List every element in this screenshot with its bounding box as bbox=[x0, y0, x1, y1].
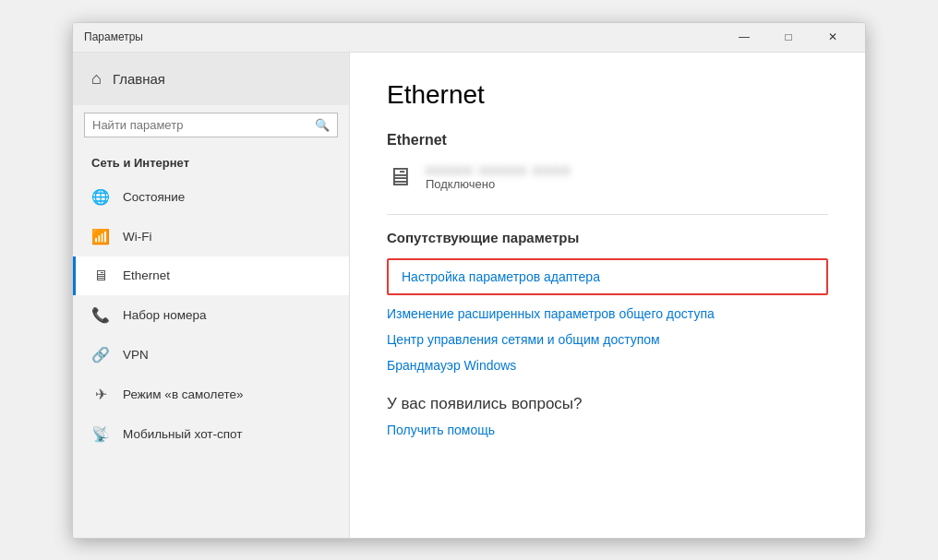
wifi-icon: 📶 bbox=[91, 228, 110, 245]
sidebar: ⌂ Главная 🔍 Сеть и Интернет 🌐 Состояние … bbox=[73, 53, 350, 538]
minimize-button[interactable]: — bbox=[723, 22, 765, 52]
status-icon: 🌐 bbox=[91, 188, 110, 206]
search-icon: 🔍 bbox=[315, 118, 330, 132]
sidebar-item-label: Ethernet bbox=[123, 268, 170, 282]
window-title: Параметры bbox=[84, 30, 723, 43]
hotspot-icon: 📡 bbox=[91, 425, 110, 443]
search-input[interactable] bbox=[92, 118, 309, 132]
get-help-link[interactable]: Получить помощь bbox=[387, 423, 828, 437]
main-content: ⌂ Главная 🔍 Сеть и Интернет 🌐 Состояние … bbox=[73, 53, 865, 538]
sidebar-item-airplane[interactable]: ✈ Режим «в самолете» bbox=[73, 375, 349, 414]
title-bar: Параметры — □ ✕ bbox=[73, 23, 865, 53]
sidebar-home-button[interactable]: ⌂ Главная bbox=[73, 53, 349, 105]
content-area: Ethernet Ethernet 🖥 ●●●●● ●●●●● ●●●● Под… bbox=[350, 53, 865, 538]
network-center-link[interactable]: Центр управления сетями и общим доступом bbox=[387, 332, 828, 347]
sidebar-item-label: Режим «в самолете» bbox=[123, 387, 244, 401]
home-icon: ⌂ bbox=[91, 69, 102, 89]
connection-name: ●●●●● ●●●●● ●●●● bbox=[426, 162, 571, 177]
vpn-icon: 🔗 bbox=[91, 346, 110, 363]
connection-status: Подключено bbox=[426, 177, 571, 191]
search-box: 🔍 bbox=[84, 113, 338, 137]
firewall-link[interactable]: Брандмауэр Windows bbox=[387, 358, 828, 373]
sidebar-item-status[interactable]: 🌐 Состояние bbox=[73, 177, 349, 217]
sidebar-item-label: Мобильный хот-спот bbox=[123, 427, 242, 441]
related-params-title: Сопутствующие параметры bbox=[387, 230, 828, 245]
help-section: У вас появились вопросы? Получить помощь bbox=[387, 395, 828, 437]
sharing-settings-link[interactable]: Изменение расширенных параметров общего … bbox=[387, 306, 828, 321]
connection-item: 🖥 ●●●●● ●●●●● ●●●● Подключено bbox=[387, 161, 828, 192]
connection-icon: 🖥 bbox=[387, 161, 413, 192]
ethernet-section-title: Ethernet bbox=[387, 132, 828, 149]
sidebar-item-hotspot[interactable]: 📡 Мобильный хот-спот bbox=[73, 414, 349, 454]
sidebar-item-wifi[interactable]: 📶 Wi-Fi bbox=[73, 217, 349, 256]
sidebar-section-title: Сеть и Интернет bbox=[73, 145, 349, 177]
sidebar-item-dialup[interactable]: 📞 Набор номера bbox=[73, 295, 349, 335]
sidebar-item-label: Wi-Fi bbox=[123, 230, 151, 244]
sidebar-item-vpn[interactable]: 🔗 VPN bbox=[73, 335, 349, 375]
divider bbox=[387, 214, 828, 215]
settings-window: Параметры — □ ✕ ⌂ Главная 🔍 Сеть и Интер… bbox=[72, 22, 866, 539]
help-title: У вас появились вопросы? bbox=[387, 395, 828, 413]
airplane-icon: ✈ bbox=[91, 386, 110, 403]
connection-info: ●●●●● ●●●●● ●●●● Подключено bbox=[426, 162, 571, 191]
dialup-icon: 📞 bbox=[91, 306, 110, 324]
sidebar-home-label: Главная bbox=[113, 71, 165, 87]
sidebar-item-ethernet[interactable]: 🖥 Ethernet bbox=[73, 256, 349, 295]
page-title: Ethernet bbox=[387, 80, 828, 110]
window-controls: — □ ✕ bbox=[723, 22, 854, 52]
sidebar-item-label: VPN bbox=[123, 348, 149, 362]
sidebar-item-label: Состояние bbox=[123, 190, 185, 204]
ethernet-icon: 🖥 bbox=[91, 268, 110, 284]
maximize-button[interactable]: □ bbox=[767, 22, 810, 52]
adapter-settings-link[interactable]: Настройка параметров адаптера bbox=[387, 258, 828, 295]
sidebar-item-label: Набор номера bbox=[123, 308, 207, 322]
close-button[interactable]: ✕ bbox=[812, 22, 854, 52]
